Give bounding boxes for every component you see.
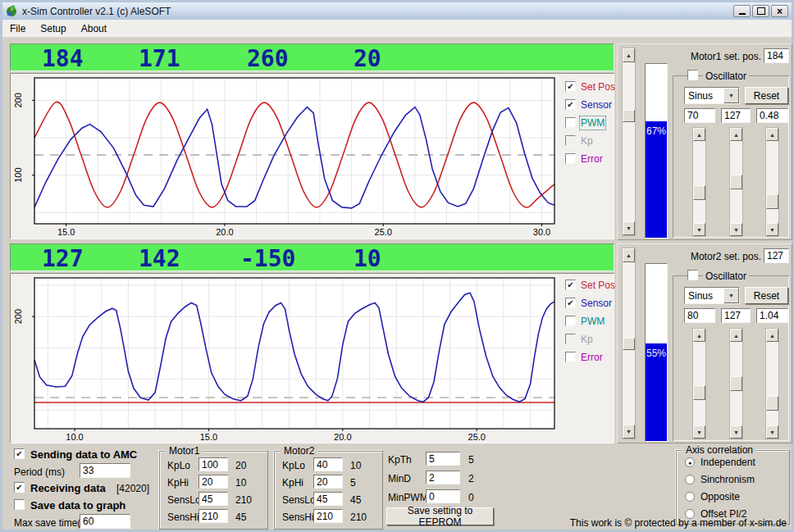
scrollbar-thumb[interactable] <box>623 110 635 122</box>
scroll-up-icon[interactable]: ▲ <box>623 48 635 62</box>
senslo-field[interactable] <box>198 492 228 506</box>
radio-icon[interactable]: ● <box>685 457 695 467</box>
minimize-button[interactable] <box>733 5 751 17</box>
motor1-osc-frequency-field[interactable] <box>756 108 788 123</box>
slider-up-icon[interactable]: ▲ <box>730 128 742 141</box>
kplo-field[interactable] <box>198 457 228 471</box>
dropdown-arrow-icon[interactable]: ▼ <box>723 288 739 303</box>
motor2-setpos-field[interactable] <box>764 248 789 263</box>
motor1-wave-select[interactable]: Sinus ▼ <box>684 87 740 104</box>
error-checkbox[interactable] <box>565 352 576 362</box>
motor1-setpos-field[interactable] <box>764 48 789 63</box>
motor2-chart: 10.015.020.025.0200 <box>11 275 561 444</box>
radio-opposite[interactable]: Opposite <box>685 491 740 502</box>
menu-setup[interactable]: Setup <box>33 21 73 36</box>
slider-down-icon[interactable]: ▼ <box>766 425 778 439</box>
legend-item-kp: Kp <box>565 135 618 146</box>
kpth-label: KpTh <box>388 454 412 466</box>
radio-independent[interactable]: ● Independent <box>685 457 755 468</box>
motor1-display-value-3: 260 <box>247 45 289 72</box>
setpos-checkbox[interactable]: ✔ <box>565 81 576 92</box>
slider-down-icon[interactable]: ▼ <box>693 223 705 236</box>
mind-field[interactable] <box>426 471 460 484</box>
error-checkbox[interactable] <box>565 153 576 164</box>
motor2-osc-frequency-field[interactable] <box>756 308 788 323</box>
motor2-wave-select[interactable]: Sinus ▼ <box>684 287 740 304</box>
slider-up-icon[interactable]: ▲ <box>766 329 778 342</box>
slider-up-icon[interactable]: ▲ <box>730 329 742 342</box>
slider-down-icon[interactable]: ▼ <box>730 425 742 439</box>
sensor-checkbox[interactable]: ✔ <box>565 99 576 110</box>
motor1-osc-center-field[interactable] <box>721 108 751 123</box>
motor1-reset-button[interactable]: Reset <box>745 87 788 104</box>
slider-up-icon[interactable]: ▲ <box>766 128 778 141</box>
slider-down-icon[interactable]: ▼ <box>730 223 742 236</box>
motor1-position-scrollbar[interactable]: ▲ ▼ <box>622 48 636 236</box>
motor1-amplitude-slider[interactable]: ▲ ▼ <box>692 127 706 237</box>
motor1-position-gauge: 67% <box>645 63 668 239</box>
kp-checkbox[interactable] <box>565 135 576 146</box>
pwm-checkbox[interactable] <box>565 117 576 128</box>
oscillator-checkbox[interactable] <box>687 70 698 80</box>
radio-label: Sinchronism <box>700 474 755 485</box>
close-button[interactable]: × <box>771 5 788 17</box>
slider-thumb[interactable] <box>693 385 705 400</box>
kplo-field[interactable] <box>313 457 343 471</box>
motor1-frequency-slider[interactable]: ▲ ▼ <box>765 127 779 237</box>
slider-down-icon[interactable]: ▼ <box>766 223 778 236</box>
motor2-osc-amplitude-field[interactable] <box>684 308 715 323</box>
slider-thumb[interactable] <box>693 185 705 200</box>
scroll-up-icon[interactable]: ▲ <box>623 248 635 262</box>
kphi-field[interactable] <box>198 475 228 489</box>
max-save-field[interactable] <box>80 514 130 529</box>
slider-thumb[interactable] <box>730 376 742 391</box>
motor2-position-scrollbar[interactable]: ▲ ▼ <box>622 248 636 439</box>
scroll-down-icon[interactable]: ▼ <box>623 425 635 439</box>
kp-label: Kp <box>581 334 593 345</box>
senshi-value: 45 <box>235 512 246 523</box>
sensor-checkbox[interactable]: ✔ <box>565 298 576 308</box>
senslo-field[interactable] <box>313 492 343 506</box>
save-data-checkbox[interactable] <box>14 499 25 510</box>
scrollbar-thumb[interactable] <box>623 338 635 350</box>
receiving-data-checkbox[interactable]: ✔ <box>14 482 25 493</box>
motor1-center-slider[interactable]: ▲ ▼ <box>729 127 743 237</box>
radio-icon[interactable] <box>685 492 695 502</box>
slider-up-icon[interactable]: ▲ <box>693 329 705 342</box>
pwm-checkbox[interactable] <box>565 316 576 326</box>
slider-thumb[interactable] <box>730 175 742 189</box>
kpth-field[interactable] <box>426 452 460 466</box>
senshi-field[interactable] <box>198 509 228 523</box>
dropdown-arrow-icon[interactable]: ▼ <box>723 88 739 103</box>
close-icon: × <box>777 7 783 16</box>
radio-icon[interactable] <box>685 475 695 484</box>
menu-about[interactable]: About <box>74 21 114 36</box>
motor1-display-value-2: 171 <box>139 45 180 72</box>
senshi-field[interactable] <box>313 509 343 523</box>
motor2-amplitude-slider[interactable]: ▲ ▼ <box>692 328 706 439</box>
menu-file[interactable]: File <box>2 21 33 36</box>
motor1-osc-amplitude-field[interactable] <box>684 108 715 123</box>
sending-data-checkbox[interactable]: ✔ <box>14 448 25 459</box>
motor2-osc-center-field[interactable] <box>721 308 751 323</box>
oscillator-checkbox[interactable] <box>687 270 698 280</box>
slider-down-icon[interactable]: ▼ <box>693 425 705 439</box>
senshi-label: SensHi <box>282 512 314 523</box>
minpwm-field[interactable] <box>426 489 460 503</box>
period-field[interactable] <box>80 463 130 478</box>
kplo-value: 10 <box>350 460 361 471</box>
scroll-down-icon[interactable]: ▼ <box>623 221 635 235</box>
motor2-frequency-slider[interactable]: ▲ ▼ <box>765 328 779 439</box>
slider-thumb[interactable] <box>766 396 778 411</box>
kphi-field[interactable] <box>313 475 343 489</box>
setpos-checkbox[interactable]: ✔ <box>565 280 576 290</box>
slider-up-icon[interactable]: ▲ <box>693 128 705 141</box>
radio-sinchronism[interactable]: Sinchronism <box>685 474 755 485</box>
slider-thumb[interactable] <box>766 194 778 209</box>
motor2-center-slider[interactable]: ▲ ▼ <box>729 328 743 439</box>
maximize-button[interactable] <box>752 5 769 17</box>
title-bar[interactable]: x-Sim Controller v2.1 (c) AleSOFT × <box>2 2 792 20</box>
svg-text:30.0: 30.0 <box>533 227 550 237</box>
motor2-reset-button[interactable]: Reset <box>745 287 788 304</box>
kp-checkbox[interactable] <box>565 334 576 344</box>
